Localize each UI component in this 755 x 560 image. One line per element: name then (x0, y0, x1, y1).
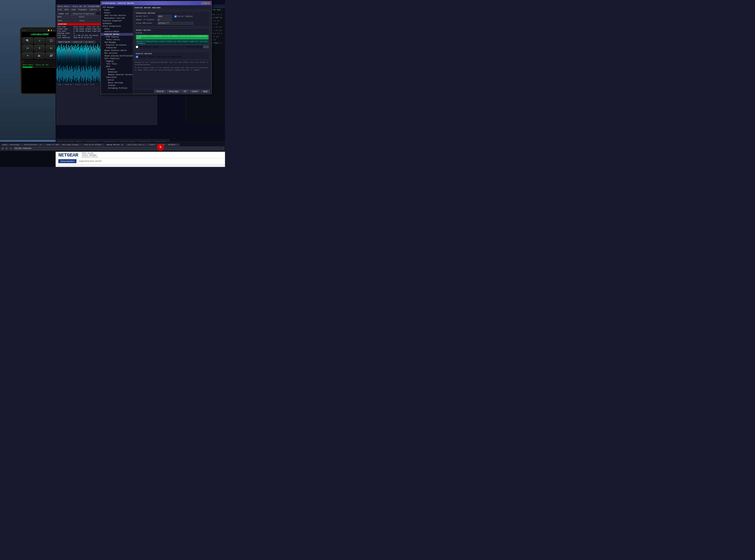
tree-replaygain[interactable]: ReplayGain override (101, 17, 133, 20)
tree-playlist-attr[interactable]: − Playlist attributes (101, 44, 133, 46)
phone-search-button[interactable]: 🔍 (22, 37, 33, 44)
forward-button[interactable]: ▶ (5, 147, 8, 150)
tree-shell-integration[interactable]: Shell Integration (101, 25, 133, 28)
tree-dsp-manager[interactable]: DSP Manager (101, 6, 133, 9)
pref-close-button[interactable]: × (207, 2, 210, 4)
allow-addr-row: Allow Addresses : (136, 22, 209, 25)
svg-rect-147 (63, 66, 64, 81)
phone-vol-up-button[interactable]: 🔊 (45, 52, 57, 59)
tree-pod-manager[interactable]: Pod Manager (101, 41, 133, 44)
tree-skype[interactable]: Skype playing notifications (101, 55, 133, 57)
phone-progress-bar[interactable] (22, 66, 57, 68)
tree-text-tools[interactable]: Text Tools (101, 63, 133, 65)
svg-rect-169 (83, 66, 84, 81)
allow-addr-input[interactable] (157, 22, 193, 25)
menu-file[interactable]: File (57, 9, 63, 11)
utf8-checkbox[interactable] (136, 46, 138, 48)
svg-rect-160 (75, 69, 75, 78)
phone-stop-button[interactable]: ⬛ (45, 37, 57, 44)
tab-gmail[interactable]: Gmail - Posteingang... (1, 144, 22, 146)
menu-edit[interactable]: Edit (64, 9, 69, 11)
tree-behaviour[interactable]: Behaviour (101, 71, 133, 74)
phone-shuffle-button[interactable]: ⇄ (34, 37, 45, 44)
tab-spectrum[interactable]: Spectrum (72, 41, 84, 43)
tab-spectrogram[interactable]: Spectrogram (57, 41, 72, 43)
tab-netgear[interactable]: NETGEAR... (167, 144, 180, 146)
pref-minimize-button[interactable]: _ (202, 2, 204, 4)
tab-vu-meter[interactable]: VU meter (84, 41, 96, 43)
refresh-button[interactable]: ↻ (9, 147, 13, 150)
phone-pause-button[interactable]: ⏸ (34, 45, 45, 52)
tree-queue-editor[interactable]: Queue Contents Editor (101, 49, 133, 52)
tab-selection-properties[interactable]: Selection Properties (71, 13, 96, 15)
tree-scheduler[interactable]: Scheduler (101, 22, 133, 25)
tree-media-library[interactable]: Media Library (101, 38, 133, 41)
tree-output[interactable]: − Output (101, 12, 133, 14)
reset-all-button[interactable]: Reset all (154, 90, 166, 93)
tree-input[interactable]: − Input (101, 9, 133, 12)
tree-upnp[interactable]: − UPnP (101, 65, 133, 68)
reset-page-button[interactable]: Reset page (167, 90, 181, 93)
setup-assistent-button[interactable]: Setup-Assistent (58, 159, 77, 163)
tree-tagging[interactable]: − Tagging (101, 60, 133, 63)
server-port-input[interactable] (157, 15, 172, 18)
phone-track-name: Sesto Sento - Glory z0r z0r (22, 64, 57, 66)
tab-album-list[interactable]: Album List (57, 13, 71, 15)
netgear-header: NETGEAR SMART WIZARD router manager Wire… (56, 152, 225, 158)
tree-playlist-org[interactable]: Playlist Organizer (101, 20, 133, 22)
tree-asio[interactable]: ASIO Virtual Devices (101, 14, 133, 17)
tree-controller[interactable]: Controller (101, 76, 133, 79)
tree-http-control[interactable]: − HTTP Control (101, 36, 133, 38)
tree-remote-servers[interactable]: Remote Internet Servers (101, 74, 133, 76)
pref-maximize-button[interactable]: □ (205, 2, 207, 4)
menu-view[interactable]: View (71, 9, 76, 11)
tree-streaming-profiles[interactable]: Streaming Profiles (101, 87, 133, 89)
menu-playback[interactable]: Playback (78, 9, 87, 11)
num-clients-input[interactable] (157, 19, 172, 21)
apply-button[interactable]: Apply (201, 90, 210, 93)
phone-next-button[interactable]: ⏭ (45, 45, 57, 52)
tab-vaping-devices[interactable]: Vaping Devices (1) (105, 144, 125, 146)
tree-audioscrobbler[interactable]: Audioscrobbler (101, 30, 133, 33)
go-button[interactable]: → (221, 147, 224, 150)
tab-dc-dc[interactable]: 5Pcs DC-DC MT3608... (83, 144, 104, 146)
tree-tools[interactable]: − Tools (101, 28, 133, 30)
tree-browser[interactable]: − Browser (101, 68, 133, 71)
phone-crossfade-button[interactable]: ✱ (22, 52, 33, 59)
phone-prev-button[interactable]: ⏮ (22, 45, 33, 52)
tab-index-neu[interactable]: Index of /NEU (45, 144, 60, 146)
fields-value[interactable]: %codec%|%bitrate%|$$[%album artist%,%alb… (136, 35, 209, 39)
tab-ebay[interactable]: Mein eBay Zusamm... (61, 144, 82, 146)
svg-rect-53 (95, 48, 95, 60)
tree-run-services[interactable]: Run services (101, 52, 133, 55)
svg-rect-14 (66, 44, 67, 64)
url-input[interactable] (13, 147, 220, 150)
tree-server[interactable]: − Server (101, 79, 133, 81)
pref-window-controls: _ □ × (202, 2, 210, 4)
svg-rect-140 (57, 68, 57, 79)
svg-rect-38 (84, 45, 84, 63)
svg-rect-180 (93, 67, 94, 81)
tree-control-server[interactable]: Control Server (101, 33, 133, 36)
phone-vol-down-button[interactable]: 🔈 (34, 52, 45, 59)
prevent-close-checkbox[interactable] (136, 56, 138, 58)
base-delimiter-input[interactable] (203, 45, 209, 48)
svg-rect-171 (85, 71, 85, 77)
back-button[interactable]: ◀ (1, 147, 4, 150)
svg-rect-52 (94, 47, 94, 61)
server-enabled-checkbox[interactable] (175, 15, 177, 18)
tab-notifications[interactable]: Notifications - Devic... (23, 144, 44, 146)
svg-rect-163 (78, 68, 78, 80)
tree-soft-playlists[interactable]: Soft Playlists (101, 57, 133, 60)
tab-alles-rund[interactable]: (55) Alles rund um... (126, 144, 147, 146)
menu-library[interactable]: Library (89, 9, 98, 11)
ok-button[interactable]: OK (181, 90, 188, 93)
output-options-group: Output Options Fields : %codec%|%bitrate… (135, 28, 210, 50)
tree-podcatcher[interactable]: Podcatcher (101, 46, 133, 49)
tree-content[interactable]: Content (101, 84, 133, 87)
prevent-close-row: Prevent clients from closing Foobar2000 (136, 56, 209, 58)
general-options-group: General Options Prevent clients from clo… (135, 52, 210, 60)
tree-basic-settings[interactable]: Basic Settings (101, 81, 133, 84)
cancel-button[interactable]: Cancel (190, 90, 200, 93)
svg-rect-56 (97, 47, 97, 62)
